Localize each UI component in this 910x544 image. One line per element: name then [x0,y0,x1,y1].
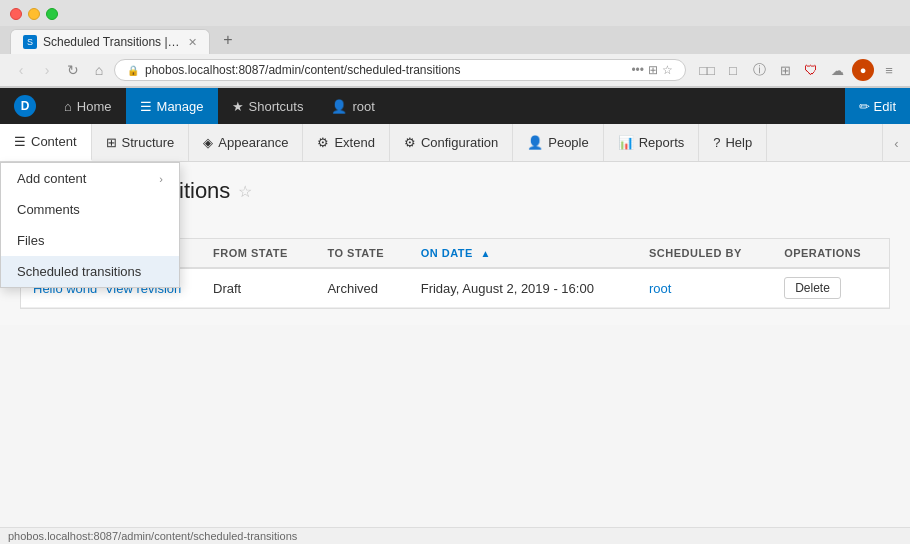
submenu-chevron-icon: › [159,173,163,185]
info-icon[interactable]: ⓘ [748,59,770,81]
browser-nav: ‹ › ↻ ⌂ 🔒 phobos.localhost:8087/admin/co… [0,54,910,87]
user-icon: 👤 [331,99,347,114]
drupal-logo-icon: D [14,95,36,117]
dropdown-files[interactable]: Files [1,225,179,256]
scheduled-by-link[interactable]: root [649,281,671,296]
nav-structure[interactable]: ⊞ Structure [92,124,190,161]
dropdown-comments[interactable]: Comments [1,194,179,225]
content-nav: ☰ Content ⊞ Structure ◈ Appearance ⚙ Ext… [0,124,910,162]
drupal-admin-bar: D ⌂ Home ☰ Manage ★ Shortcuts 👤 root ✏ E… [0,88,910,124]
cell-from-state: Draft [201,268,315,308]
sort-arrow-icon: ▲ [480,248,490,259]
extend-icon: ⚙ [317,135,329,150]
nav-appearance[interactable]: ◈ Appearance [189,124,303,161]
comments-label: Comments [17,202,80,217]
status-bar: phobos.localhost:8087/admin/content/sche… [0,527,910,544]
traffic-lights [10,8,58,20]
menu-icon[interactable]: ≡ [878,59,900,81]
home-label: Home [77,99,112,114]
admin-user-button[interactable]: 👤 root [317,88,388,124]
edit-label: Edit [874,99,896,114]
cell-scheduled-by: root [637,268,772,308]
shortcuts-label: Shortcuts [249,99,304,114]
cell-operations: Delete [772,268,889,308]
content-dropdown-menu: Add content › Comments Files Scheduled t… [0,162,180,288]
address-more-icon[interactable]: ••• [631,63,644,77]
minimize-button[interactable] [28,8,40,20]
people-icon: 👤 [527,135,543,150]
browser-chrome: S Scheduled Transitions | Drupa… ✕ + ‹ ›… [0,0,910,88]
help-icon: ? [713,135,720,150]
tab-groups-icon[interactable]: □ [722,59,744,81]
reports-label: Reports [639,135,685,150]
add-content-label: Add content [17,171,86,186]
tab-bar: S Scheduled Transitions | Drupa… ✕ + [0,26,910,54]
admin-home-button[interactable]: ⌂ Home [50,88,126,124]
nav-reports[interactable]: 📊 Reports [604,124,700,161]
col-scheduled-by: SCHEDULED BY [637,239,772,268]
forward-button[interactable]: › [36,59,58,81]
col-from-state: FROM STATE [201,239,315,268]
nav-collapse-button[interactable]: ‹ [882,124,910,162]
col-to-state: TO STATE [315,239,408,268]
col-on-date[interactable]: ON DATE ▲ [409,239,637,268]
status-url: phobos.localhost:8087/admin/content/sche… [8,530,297,542]
address-bar[interactable]: 🔒 phobos.localhost:8087/admin/content/sc… [114,59,686,81]
dropdown-add-content[interactable]: Add content › [1,163,179,194]
col-operations: OPERATIONS [772,239,889,268]
browser-titlebar [0,0,910,26]
refresh-button[interactable]: ↻ [62,59,84,81]
extend-label: Extend [334,135,374,150]
nav-people[interactable]: 👤 People [513,124,603,161]
content-nav-icon: ☰ [14,134,26,149]
configuration-icon: ⚙ [404,135,416,150]
cell-on-date: Friday, August 2, 2019 - 16:00 [409,268,637,308]
manage-icon: ☰ [140,99,152,114]
files-label: Files [17,233,44,248]
favorite-star-icon[interactable]: ☆ [238,182,252,201]
user-label: root [352,99,374,114]
extensions-icon[interactable]: □□ [696,59,718,81]
appearance-icon: ◈ [203,135,213,150]
cell-to-state: Archived [315,268,408,308]
dropdown-scheduled-transitions[interactable]: Scheduled transitions [1,256,179,287]
browser-toolbar-right: □□ □ ⓘ ⊞ 🛡 ☁ ● ≡ [696,59,900,81]
nav-extend[interactable]: ⚙ Extend [303,124,389,161]
new-tab-button[interactable]: + [214,26,242,54]
scheduled-transitions-label: Scheduled transitions [17,264,141,279]
nav-help[interactable]: ? Help [699,124,767,161]
appearance-label: Appearance [218,135,288,150]
structure-icon: ⊞ [106,135,117,150]
admin-drupal-logo[interactable]: D [0,88,50,124]
maximize-button[interactable] [46,8,58,20]
nav-content[interactable]: ☰ Content [0,124,92,161]
cloud-icon[interactable]: ☁ [826,59,848,81]
home-icon: ⌂ [64,99,72,114]
nav-configuration[interactable]: ⚙ Configuration [390,124,513,161]
tab-title: Scheduled Transitions | Drupa… [43,35,182,49]
back-button[interactable]: ‹ [10,59,32,81]
help-label: Help [725,135,752,150]
manage-label: Manage [157,99,204,114]
profile-icon[interactable]: ● [852,59,874,81]
configuration-label: Configuration [421,135,498,150]
grid-icon[interactable]: ⊞ [774,59,796,81]
star-icon: ★ [232,99,244,114]
pencil-icon: ✏ [859,99,870,114]
admin-manage-button[interactable]: ☰ Manage [126,88,218,124]
structure-label: Structure [122,135,175,150]
address-actions: ••• ⊞ ☆ [631,63,673,77]
tab-close-icon[interactable]: ✕ [188,36,197,49]
close-button[interactable] [10,8,22,20]
admin-shortcuts-button[interactable]: ★ Shortcuts [218,88,318,124]
admin-edit-button[interactable]: ✏ Edit [845,88,910,124]
home-button[interactable]: ⌂ [88,59,110,81]
reports-icon: 📊 [618,135,634,150]
delete-button[interactable]: Delete [784,277,841,299]
active-tab[interactable]: S Scheduled Transitions | Drupa… ✕ [10,29,210,54]
address-bookmark-icon[interactable]: ☆ [662,63,673,77]
shield-icon[interactable]: 🛡 [800,59,822,81]
content-nav-label: Content [31,134,77,149]
address-text: phobos.localhost:8087/admin/content/sche… [145,63,625,77]
address-reader-icon[interactable]: ⊞ [648,63,658,77]
